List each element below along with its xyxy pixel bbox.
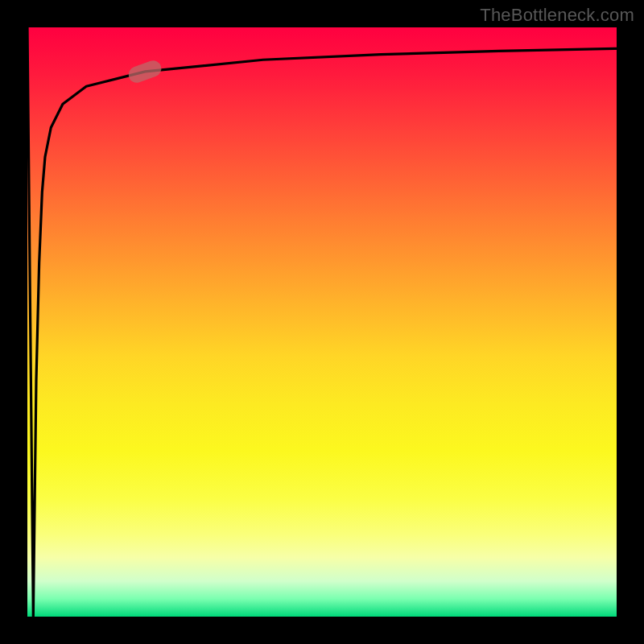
attribution-label: TheBottleneck.com [480, 5, 634, 26]
curve-svg [27, 27, 617, 617]
bottleneck-curve-path [27, 27, 617, 617]
chart-plot-area [27, 27, 617, 617]
